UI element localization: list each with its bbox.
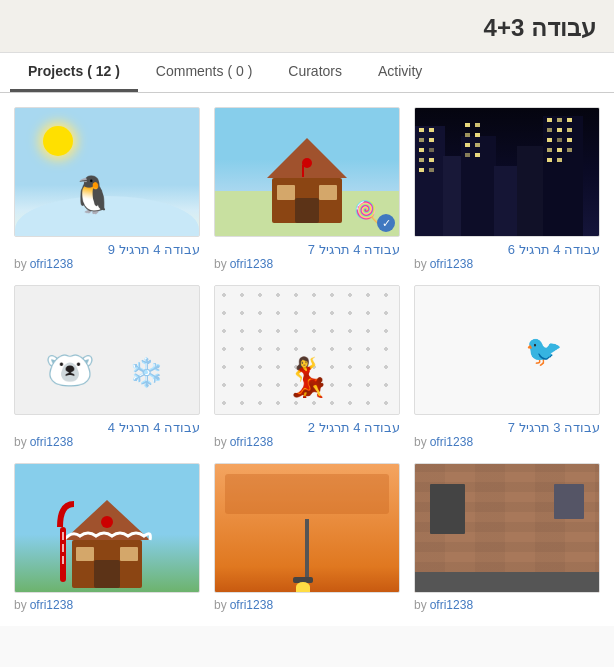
project-info: by ofri1238 [14, 598, 200, 612]
svg-rect-46 [62, 544, 64, 552]
project-author: by ofri1238 [14, 435, 200, 449]
project-title[interactable]: עבודה 4 תרגיל 6 [414, 242, 600, 257]
list-item: 🐻‍❄️ ❄️ עבודה 4 תרגיל 4 by ofri1238 [14, 285, 200, 449]
svg-rect-17 [465, 123, 470, 127]
svg-rect-20 [475, 133, 480, 137]
svg-rect-14 [429, 158, 434, 162]
project-info: עבודה 4 תרגיל 6 by ofri1238 [414, 242, 600, 271]
svg-rect-32 [557, 138, 562, 142]
svg-rect-31 [547, 138, 552, 142]
by-label: by [14, 598, 27, 612]
author-link[interactable]: ofri1238 [430, 598, 473, 612]
tabs-bar: Projects ( 12 ) Comments ( 0 ) Curators … [0, 53, 614, 93]
project-title[interactable]: עבודה 4 תרגיל 7 [214, 242, 400, 257]
project-thumbnail[interactable] [214, 463, 400, 593]
svg-rect-8 [429, 128, 434, 132]
tab-activity[interactable]: Activity [360, 53, 440, 92]
svg-rect-19 [465, 133, 470, 137]
author-link[interactable]: ofri1238 [30, 435, 73, 449]
svg-rect-43 [120, 547, 138, 561]
penguin-icon: 🐧 [70, 174, 115, 216]
author-link[interactable]: ofri1238 [430, 435, 473, 449]
project-thumbnail[interactable]: 🐧 [14, 107, 200, 237]
project-author: by ofri1238 [214, 257, 400, 271]
svg-rect-26 [557, 118, 562, 122]
svg-rect-4 [319, 185, 337, 200]
svg-point-48 [101, 516, 113, 528]
svg-rect-9 [419, 138, 424, 142]
project-thumbnail[interactable] [414, 463, 600, 593]
tab-curators[interactable]: Curators [270, 53, 360, 92]
svg-rect-34 [547, 148, 552, 152]
project-title[interactable]: עבודה 4 תרגיל 4 [14, 420, 200, 435]
svg-rect-7 [419, 128, 424, 132]
svg-rect-37 [547, 158, 552, 162]
project-title[interactable]: עבודה 4 תרגיל 2 [214, 420, 400, 435]
svg-rect-35 [557, 148, 562, 152]
svg-rect-13 [419, 158, 424, 162]
svg-rect-25 [547, 118, 552, 122]
by-label: by [14, 435, 27, 449]
svg-rect-42 [76, 547, 94, 561]
project-author: by ofri1238 [214, 598, 400, 612]
page-title: עבודה 3+4 [18, 14, 596, 42]
project-title[interactable]: עבודה 4 תרגיל 9 [14, 242, 200, 257]
svg-rect-28 [547, 128, 552, 132]
project-thumbnail[interactable]: 🍭 ✓ [214, 107, 400, 237]
snowflake-icon: ❄️ [129, 356, 164, 389]
author-link[interactable]: ofri1238 [230, 435, 273, 449]
author-link[interactable]: ofri1238 [30, 598, 73, 612]
project-author: by ofri1238 [414, 598, 600, 612]
check-icon: ✓ [377, 214, 395, 232]
bird-icon: 🐦 [525, 333, 562, 368]
project-author: by ofri1238 [414, 257, 600, 271]
svg-rect-38 [557, 158, 562, 162]
svg-rect-33 [567, 138, 572, 142]
project-info: by ofri1238 [214, 598, 400, 612]
list-item: 🍭 ✓ עבודה 4 תרגיל 7 by ofri1238 [214, 107, 400, 271]
project-info: עבודה 3 תרגיל 7 by ofri1238 [414, 420, 600, 449]
svg-rect-22 [475, 143, 480, 147]
svg-rect-6 [302, 165, 304, 177]
tab-projects[interactable]: Projects ( 12 ) [10, 53, 138, 92]
project-thumbnail[interactable] [14, 463, 200, 593]
svg-rect-12 [429, 148, 434, 152]
project-info: עבודה 4 תרגיל 9 by ofri1238 [14, 242, 200, 271]
svg-rect-41 [94, 560, 120, 588]
svg-rect-16 [429, 168, 434, 172]
author-link[interactable]: ofri1238 [30, 257, 73, 271]
svg-rect-15 [419, 168, 424, 172]
svg-rect-23 [465, 153, 470, 157]
svg-rect-2 [295, 198, 319, 223]
author-link[interactable]: ofri1238 [230, 598, 273, 612]
project-author: by ofri1238 [14, 257, 200, 271]
svg-rect-18 [475, 123, 480, 127]
project-author: by ofri1238 [14, 598, 200, 612]
svg-rect-27 [567, 118, 572, 122]
project-thumbnail[interactable] [414, 107, 600, 237]
project-title[interactable]: עבודה 3 תרגיל 7 [414, 420, 600, 435]
list-item: עבודה 4 תרגיל 6 by ofri1238 [414, 107, 600, 271]
project-info: by ofri1238 [414, 598, 600, 612]
project-info: עבודה 4 תרגיל 2 by ofri1238 [214, 420, 400, 449]
tab-comments[interactable]: Comments ( 0 ) [138, 53, 270, 92]
svg-rect-36 [567, 148, 572, 152]
project-thumbnail[interactable]: 💃 [214, 285, 400, 415]
list-item: 🐧 עבודה 4 תרגיל 9 by ofri1238 [14, 107, 200, 271]
dancer-icon: 💃 [284, 355, 331, 399]
project-author: by ofri1238 [214, 435, 400, 449]
project-thumbnail[interactable]: 🐦 [414, 285, 600, 415]
svg-rect-45 [62, 532, 64, 540]
project-info: עבודה 4 תרגיל 4 by ofri1238 [14, 420, 200, 449]
svg-rect-3 [277, 185, 295, 200]
by-label: by [414, 435, 427, 449]
window-lights-svg [415, 108, 599, 236]
by-label: by [214, 257, 227, 271]
svg-rect-11 [419, 148, 424, 152]
list-item: by ofri1238 [14, 463, 200, 612]
project-author: by ofri1238 [414, 435, 600, 449]
author-link[interactable]: ofri1238 [230, 257, 273, 271]
project-thumbnail[interactable]: 🐻‍❄️ ❄️ [14, 285, 200, 415]
list-item: 💃 עבודה 4 תרגיל 2 by ofri1238 [214, 285, 400, 449]
author-link[interactable]: ofri1238 [430, 257, 473, 271]
